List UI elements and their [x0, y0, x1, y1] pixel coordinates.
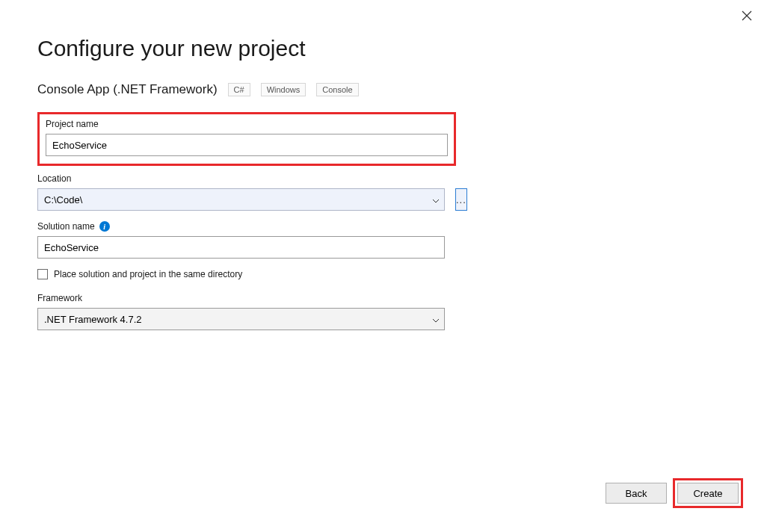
close-icon[interactable]	[742, 10, 754, 22]
project-name-input[interactable]	[46, 134, 448, 156]
same-directory-checkbox[interactable]	[37, 269, 48, 279]
framework-select[interactable]	[37, 308, 445, 330]
back-button[interactable]: Back	[606, 483, 667, 504]
framework-label: Framework	[37, 293, 456, 303]
template-name: Console App (.NET Framework)	[37, 82, 218, 97]
template-tag: C#	[228, 83, 250, 96]
project-name-highlight: Project name	[37, 112, 456, 166]
same-directory-label: Place solution and project in the same d…	[54, 269, 242, 279]
project-name-label: Project name	[46, 119, 448, 129]
create-button-highlight: Create	[673, 478, 743, 508]
create-button[interactable]: Create	[677, 483, 739, 504]
browse-button[interactable]: ...	[455, 188, 467, 211]
page-title: Configure your new project	[37, 36, 730, 61]
location-label: Location	[37, 173, 456, 184]
template-info: Console App (.NET Framework) C# Windows …	[37, 82, 730, 97]
solution-name-input[interactable]	[37, 236, 445, 259]
location-input[interactable]	[37, 188, 445, 211]
solution-name-label: Solution name i	[37, 221, 456, 232]
solution-name-label-text: Solution name	[37, 221, 95, 232]
info-icon[interactable]: i	[99, 221, 110, 232]
template-tag: Console	[316, 83, 358, 96]
template-tag: Windows	[261, 83, 307, 96]
